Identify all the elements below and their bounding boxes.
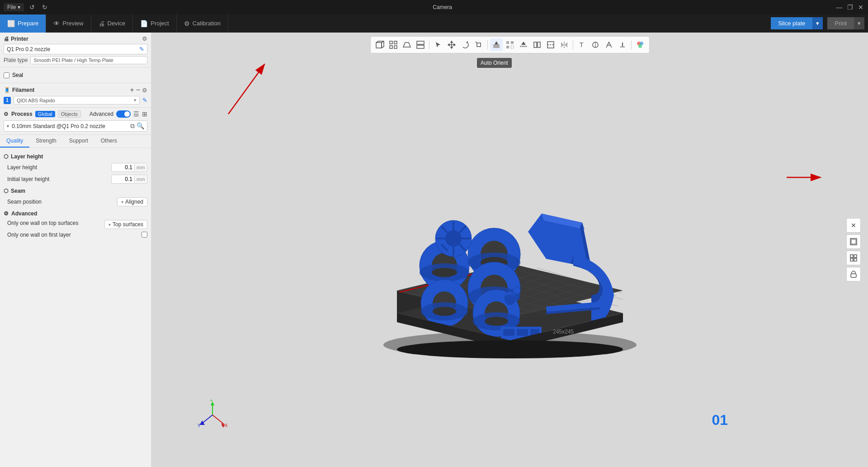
fdm-support-tool[interactable] [616,38,629,51]
slice-plate-button[interactable]: Slice plate [771,17,812,29]
svg-text:Y: Y [198,423,201,428]
process-list-icon[interactable]: ☰ [133,110,139,118]
quality-tabs: Quality Strength Support Others [0,135,151,148]
rotate-tool[interactable] [459,38,472,51]
filament-add-button[interactable]: + [130,86,134,94]
process-section: ⚙ Process Global Objects Advanced ☰ ⊞ ▾ … [0,108,151,135]
process-icon: ⚙ [4,111,9,117]
view-cube-button[interactable] [373,38,386,51]
svg-rect-132 [854,258,857,261]
multi-color-tool[interactable] [634,38,646,51]
seam-dropdown-arrow: ▾ [121,200,123,205]
seam-paint-tool[interactable] [603,38,615,51]
scale-tool[interactable] [472,38,485,51]
initial-layer-height-input[interactable] [112,175,134,183]
filament-settings-icon[interactable]: ⚙ [142,87,147,94]
svg-rect-13 [506,46,509,48]
panel-grid-button[interactable] [846,251,861,265]
grid-button[interactable] [387,38,400,51]
filament-edit-icon[interactable]: ✎ [142,97,147,104]
close-panel-button[interactable]: ✕ [846,218,861,233]
minimize-button[interactable]: — [835,4,843,11]
svg-point-114 [513,287,520,294]
tab-support[interactable]: Support [63,135,94,148]
nav-right: Slice plate ▾ Print ▾ [771,17,868,29]
viewport: T Auto Orient [151,33,868,467]
seal-checkbox[interactable] [4,72,9,78]
plate-type-value[interactable]: Smooth PEI Plate / High Temp Plate [30,56,147,64]
mirror-tool[interactable] [558,38,571,51]
svg-rect-15 [520,46,527,47]
panel-lock-button[interactable] [846,267,861,281]
seam-group-header[interactable]: ⬡ Seam [4,188,147,194]
filament-controls: + − ⚙ [130,86,147,94]
toolbar-sep-2 [487,40,488,49]
top-surfaces-dropdown[interactable]: ▾ Top surfaces [104,220,147,229]
only-one-wall-first-checkbox[interactable] [142,232,147,238]
svg-rect-131 [850,258,853,261]
tab-strength[interactable]: Strength [29,135,62,148]
preview-icon: 👁 [53,20,60,27]
maximize-button[interactable]: ❐ [846,4,854,11]
3d-scene[interactable]: QIDI TECH [151,33,868,467]
print-dropdown[interactable]: ▾ [854,17,864,29]
calibration-icon: ⚙ [184,20,190,27]
advanced-group-icon: ⚙ [4,210,9,217]
perspective-button[interactable] [401,38,413,51]
file-dropdown-icon[interactable]: ▾ [18,4,20,10]
printer-select[interactable]: Q1 Pro 0.2 nozzle ✎ [4,44,147,54]
flatten-tool[interactable] [517,38,530,51]
top-surfaces-value: Top surfaces [113,221,143,228]
tab-calibration[interactable]: ⚙ Calibration [177,14,228,33]
process-settings-icon[interactable]: ⊞ [142,110,147,118]
support-paint-tool[interactable] [589,38,602,51]
preset-copy-icon[interactable]: ⧉ [130,122,135,130]
forward-button[interactable]: ↻ [40,3,49,12]
seal-section: Seal [0,67,151,83]
auto-orient-button[interactable] [490,38,503,51]
tab-project[interactable]: 📄 Project [133,14,176,33]
svg-rect-11 [506,41,509,44]
tab-preview[interactable]: 👁 Preview [46,14,91,33]
slice-plate-dropdown[interactable]: ▾ [812,17,823,29]
close-button[interactable]: ✕ [857,4,864,11]
split-tool[interactable] [531,38,543,51]
auto-orient-tooltip: Auto Orient [477,58,512,68]
layer-height-group-header[interactable]: ⬡ Layer height [4,153,147,160]
text-tool[interactable]: T [576,38,588,51]
filament-remove-button[interactable]: − [136,86,140,94]
tag-objects[interactable]: Objects [58,110,81,118]
tab-prepare[interactable]: ⬜ Prepare [0,14,46,33]
print-button[interactable]: Print [827,17,854,29]
tab-quality[interactable]: Quality [0,135,29,148]
layout-button[interactable] [414,38,427,51]
advanced-group-header[interactable]: ⚙ Advanced [4,210,147,217]
printer-edit-icon[interactable]: ✎ [139,46,144,52]
printer-settings-icon[interactable]: ⚙ [142,35,147,42]
svg-point-116 [397,340,623,358]
tag-global[interactable]: Global [35,111,55,117]
advanced-toggle[interactable] [116,110,131,118]
filament-header: 🧵 Filament + − ⚙ [4,86,147,94]
panel-expand-button[interactable] [846,234,861,249]
svg-marker-10 [495,41,498,44]
tab-others[interactable]: Others [94,135,123,148]
seam-group-icon: ⬡ [4,188,8,194]
layer-height-input[interactable] [112,163,134,172]
file-menu[interactable]: File ▾ [4,3,24,11]
filament-select[interactable]: QIDI ABS Rapido ▾ [14,96,140,105]
preset-search-icon[interactable]: 🔍 [137,122,144,130]
scene-svg: QIDI TECH [374,132,646,367]
back-button[interactable]: ↺ [28,3,37,12]
printer-section-header: 🖨 Printer ⚙ [4,35,147,42]
move-tool[interactable] [445,38,458,51]
select-tool[interactable] [432,38,444,51]
tab-device[interactable]: 🖨 Device [91,14,133,33]
svg-rect-18 [538,42,540,48]
svg-rect-3 [394,41,397,44]
arrange-tool[interactable] [504,38,516,51]
svg-rect-133 [851,274,856,277]
cut-tool[interactable] [544,38,557,51]
seam-position-dropdown[interactable]: ▾ Aligned [117,197,147,206]
tab-preview-label: Preview [62,20,83,27]
